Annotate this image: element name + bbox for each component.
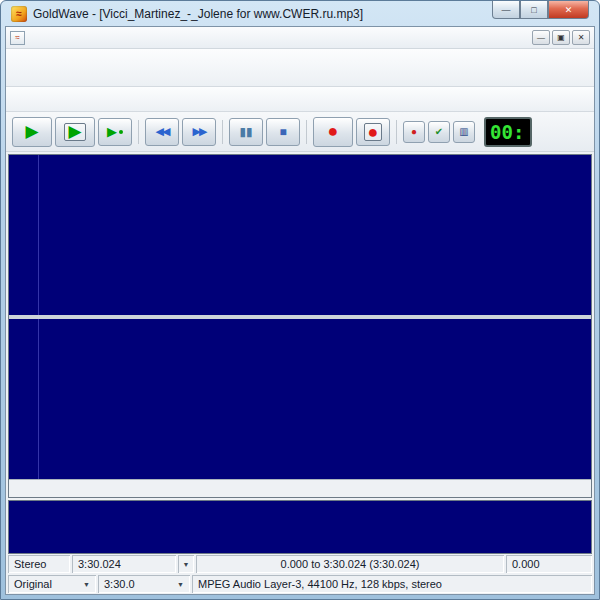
overview-panel xyxy=(8,500,592,554)
transport-separator xyxy=(222,120,223,144)
play-icon: ▶ xyxy=(25,121,38,142)
window-controls: — □ ✕ xyxy=(492,1,589,19)
goldwave-app-icon: ≈ xyxy=(11,6,27,22)
document-icon: ≈ xyxy=(10,31,25,45)
left-waveform-canvas[interactable] xyxy=(39,155,591,315)
left-amplitude-axis xyxy=(9,155,39,315)
mdi-restore-button[interactable]: ▣ xyxy=(552,30,570,45)
display-icon: ▥ xyxy=(459,126,468,137)
time-axis xyxy=(9,479,591,497)
vu-toggle-button[interactable]: ✔ xyxy=(428,121,450,143)
pause-button[interactable]: ▮▮ xyxy=(229,118,263,146)
window-title: GoldWave - [Vicci_Martinez_-_Jolene for … xyxy=(33,7,363,21)
mdi-close-icon: ✕ xyxy=(578,33,585,42)
menubar: ≈ — ▣ ✕ xyxy=(6,27,594,49)
titlebar[interactable]: ≈ GoldWave - [Vicci_Martinez_-_Jolene fo… xyxy=(5,1,595,26)
format-status: MPEG Audio Layer-3, 44100 Hz, 128 kbps, … xyxy=(192,575,592,593)
effects-toolbar xyxy=(6,87,594,112)
mdi-window-controls: — ▣ ✕ xyxy=(532,30,590,45)
display-settings-button[interactable]: ▥ xyxy=(453,121,475,143)
waveform-panel xyxy=(8,154,592,498)
selection-status: 0.000 to 3:30.024 (3:30.024) xyxy=(196,555,504,573)
play-selection-dot xyxy=(119,130,123,134)
play-all-button[interactable]: ▶ xyxy=(55,117,95,147)
view-length-value: 3:30.0 xyxy=(104,578,135,590)
selection-value: 0.000 to 3:30.024 (3:30.024) xyxy=(281,558,420,570)
time-display-value: 00: xyxy=(490,121,524,143)
maximize-button[interactable]: □ xyxy=(520,1,548,19)
record-new-button[interactable]: ● xyxy=(356,118,390,146)
quality-value: Original xyxy=(14,578,52,590)
transport-separator xyxy=(138,120,139,144)
fast-forward-icon: ▶▶ xyxy=(193,125,206,138)
length-value: 3:30.024 xyxy=(78,558,121,570)
minimize-button[interactable]: — xyxy=(492,1,520,19)
format-value: MPEG Audio Layer-3, 44100 Hz, 128 kbps, … xyxy=(198,578,442,590)
mdi-minimize-icon: — xyxy=(537,33,545,42)
transport-toolbar: ▶ ▶ ▶ ◀◀ ▶▶ ▮▮ ■ ● ● ● ✔ ▥ 00: xyxy=(6,112,594,152)
close-button[interactable]: ✕ xyxy=(548,1,589,19)
channels-status: Stereo xyxy=(8,555,70,573)
rewind-button[interactable]: ◀◀ xyxy=(145,118,179,146)
left-channel xyxy=(9,155,591,315)
mdi-minimize-button[interactable]: — xyxy=(532,30,550,45)
position-value: 0.000 xyxy=(512,558,540,570)
rewind-icon: ◀◀ xyxy=(156,125,169,138)
transport-separator xyxy=(306,120,307,144)
channels-value: Stereo xyxy=(14,558,46,570)
monitor-icon: ● xyxy=(411,126,417,137)
mdi-restore-icon: ▣ xyxy=(557,33,565,42)
dropdown-icon: ▼ xyxy=(183,561,190,568)
dropdown-icon: ▼ xyxy=(177,581,184,588)
view-length-selector[interactable]: 3:30.0▼ xyxy=(98,575,190,593)
stop-icon: ■ xyxy=(279,125,286,139)
time-axis-track xyxy=(39,480,591,497)
time-display: 00: xyxy=(484,117,532,147)
time-axis-spacer xyxy=(9,480,39,497)
goldwave-window: ≈ GoldWave - [Vicci_Martinez_-_Jolene fo… xyxy=(0,0,600,600)
overview-canvas[interactable] xyxy=(9,501,591,553)
length-status: 3:30.024 xyxy=(72,555,176,573)
status-bar-2: Original▼ 3:30.0▼ MPEG Audio Layer-3, 44… xyxy=(6,574,594,594)
right-amplitude-axis xyxy=(9,319,39,479)
record-button[interactable]: ● xyxy=(313,117,353,147)
fast-forward-button[interactable]: ▶▶ xyxy=(182,118,216,146)
play-selection-icon: ▶ xyxy=(107,124,117,139)
play-button[interactable]: ▶ xyxy=(12,117,52,147)
monitor-button[interactable]: ● xyxy=(403,121,425,143)
play-selection-button[interactable]: ▶ xyxy=(98,118,132,146)
vu-check-icon: ✔ xyxy=(435,126,443,137)
record-icon: ● xyxy=(328,121,339,142)
record-new-icon: ● xyxy=(364,123,383,141)
quality-selector[interactable]: Original▼ xyxy=(8,575,96,593)
right-channel xyxy=(9,319,591,479)
mdi-close-button[interactable]: ✕ xyxy=(572,30,590,45)
play-all-icon: ▶ xyxy=(64,123,85,141)
pause-icon: ▮▮ xyxy=(239,125,252,139)
position-status: 0.000 xyxy=(506,555,592,573)
close-icon: ✕ xyxy=(565,5,573,15)
stop-button[interactable]: ■ xyxy=(266,118,300,146)
maximize-icon: □ xyxy=(531,5,536,15)
status-bar-1: Stereo 3:30.024 ▼ 0.000 to 3:30.024 (3:3… xyxy=(6,554,594,574)
minimize-icon: — xyxy=(502,5,511,15)
transport-separator xyxy=(396,120,397,144)
main-toolbar xyxy=(6,49,594,87)
time-format-dropdown[interactable]: ▼ xyxy=(178,555,194,573)
client-area: ≈ — ▣ ✕ ▶ ▶ ▶ ◀◀ ▶▶ ▮▮ ■ ● ● ● ✔ xyxy=(5,26,595,595)
right-waveform-canvas[interactable] xyxy=(39,319,591,479)
dropdown-icon: ▼ xyxy=(83,581,90,588)
